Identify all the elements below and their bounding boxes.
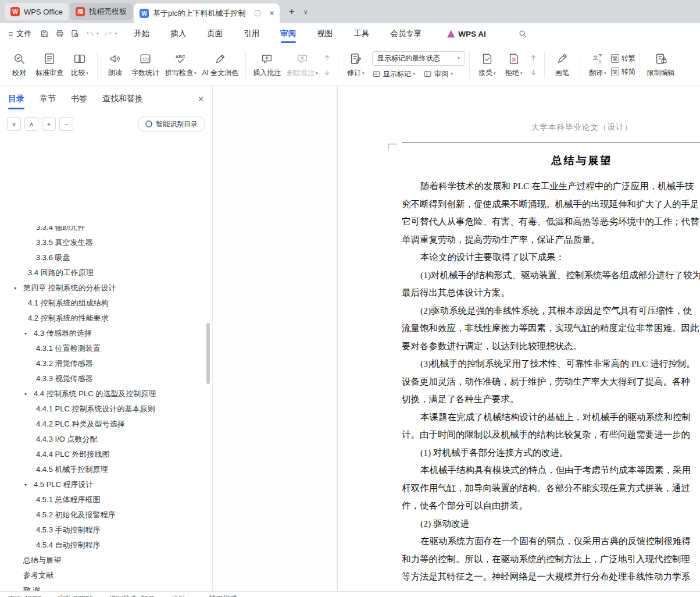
increase-level-button[interactable]: + <box>42 117 56 131</box>
toc-item[interactable]: ▾ 4.5.4 自动控制程序 <box>0 538 205 553</box>
to-simplified-button[interactable]: 简 转简 <box>611 67 635 77</box>
toc-item[interactable]: ▾ 4.1 控制系统的组成结构 <box>0 296 205 311</box>
ai-polish-button[interactable]: AI 全文润色 <box>199 49 242 80</box>
tab-view[interactable]: 视图 <box>317 23 333 44</box>
toc-item[interactable]: ▾ 4.3.1 位置检测装置 <box>0 341 205 356</box>
pane-tab-find-replace[interactable]: 查找和替换 <box>102 86 143 112</box>
tab-review[interactable]: 审阅 <box>280 23 296 44</box>
pane-tab-toc[interactable]: 目录 <box>8 86 24 112</box>
print-button[interactable] <box>52 27 67 41</box>
expand-arrow-icon[interactable]: ▾ <box>24 331 34 336</box>
toc-item[interactable]: ▾ 4.4.5 机械手控制原理 <box>0 462 205 477</box>
status-bar: 页面 48/60 字数 27398 拼写检查: 打开 校对 护眼模式 <box>0 591 700 597</box>
spellcheck-button[interactable]: ABC 拼写检查▾ <box>162 49 199 80</box>
undo-button[interactable] <box>83 27 97 41</box>
status-page-count[interactable]: 页面 48/60 <box>8 594 41 597</box>
collapse-level-button[interactable]: ∨ <box>7 117 21 131</box>
review-pane-button[interactable]: 审阅 ▾ <box>423 69 453 79</box>
toc-item[interactable]: ▾ 致 谢 <box>0 583 205 591</box>
pane-tab-bookmarks[interactable]: 书签 <box>71 86 87 112</box>
toc-item[interactable]: ▾ 第四章 控制系统的分析设计 <box>0 280 205 296</box>
insert-comment-button[interactable]: 插入批注 <box>250 49 284 80</box>
translate-button[interactable]: 文A 翻译▾ <box>584 49 611 80</box>
previous-comment-button[interactable] <box>321 51 334 64</box>
print-icon <box>55 29 65 38</box>
word-count-button[interactable]: 123 字数统计 <box>128 49 162 80</box>
save-button[interactable] <box>37 27 52 41</box>
next-revision-button[interactable] <box>527 66 540 79</box>
toc-item[interactable]: ▾ 3.3.5 真空发生器 <box>0 235 205 250</box>
toc-item[interactable]: ▾ 3.4 回路的工作原理 <box>0 265 205 280</box>
tab-restore-icon[interactable] <box>255 10 260 16</box>
redo-button[interactable] <box>101 27 116 41</box>
markup-state-dropdown[interactable]: 显示标记的最终状态 ▾ <box>372 51 465 66</box>
toc-item[interactable]: ▾ 4.4.2 PLC 种类及型号选择 <box>0 417 205 432</box>
toc-item[interactable]: ▾ 3.3.6 吸盘 <box>0 250 205 265</box>
decrease-level-button[interactable]: − <box>59 117 73 131</box>
file-menu[interactable]: ≡ 文件 <box>8 29 31 39</box>
pen-button[interactable]: 画笔 <box>549 49 576 80</box>
toc-item[interactable]: ▾ 3.3.4 辅助元件 <box>0 226 205 235</box>
proofread-button[interactable]: 校对 <box>6 49 33 80</box>
svg-text:文: 文 <box>592 54 598 61</box>
toc-item[interactable]: ▾ 4.4.3 I/O 点数分配 <box>0 432 205 447</box>
search-button[interactable] <box>515 26 530 41</box>
show-markup-button[interactable]: 显示标记 ▾ <box>372 69 416 79</box>
expand-level-button[interactable]: ∧ <box>24 117 38 131</box>
tab-membership[interactable]: 会员专享 <box>390 23 422 44</box>
document-page[interactable]: 大学本科毕业论文（设计） 总结与展望 随着科学技术的发展和 PLC 在工业生产过… <box>338 86 700 597</box>
tab-insert[interactable]: 插入 <box>170 23 186 44</box>
reject-button[interactable]: 拒绝▾ <box>501 49 527 80</box>
new-tab-button[interactable]: + <box>284 4 299 19</box>
toc-item-label: 4.5.1 总体程序框图 <box>36 495 101 505</box>
wps-ai-button[interactable]: WPS AI <box>447 30 486 38</box>
expand-arrow-icon[interactable]: ▾ <box>14 286 23 291</box>
redo-chevron-icon[interactable]: ▾ <box>115 31 117 36</box>
delete-comment-button[interactable]: 删除批注▾ <box>284 49 321 80</box>
compare-button[interactable]: 比较▾ <box>66 49 93 80</box>
sidebar-scrollbar-thumb[interactable] <box>206 323 210 384</box>
toc-item[interactable]: ▾ 4.5 PLC 程序设计 <box>0 477 205 492</box>
undo-chevron-icon[interactable]: ▾ <box>97 31 99 36</box>
tab-tools[interactable]: 工具 <box>353 23 369 44</box>
toc-item[interactable]: ▾ 4.4.1 PLC 控制系统设计的基本原则 <box>0 401 205 417</box>
pane-tab-chapters[interactable]: 章节 <box>40 86 56 112</box>
tab-close-icon[interactable]: ✕ <box>269 9 275 17</box>
smart-toc-button[interactable]: 智能识别目录 <box>138 116 205 132</box>
toc-item[interactable]: ▾ 4.5.2 初始化及报警程序 <box>0 507 205 523</box>
accept-button[interactable]: 接受▾ <box>474 49 501 80</box>
print-preview-button[interactable] <box>67 27 82 41</box>
toc-item[interactable]: ▾ 4.5.3 手动控制程序 <box>0 523 205 538</box>
status-spellcheck[interactable]: 拼写检查: 打开 <box>109 594 155 597</box>
toc-item[interactable]: ▾ 4.4 控制系统 PLC 的选型及控制原理 <box>0 386 205 401</box>
tab-document[interactable]: W 基于plc的上下料机械手控制 ✕ <box>134 3 280 23</box>
previous-revision-button[interactable] <box>527 51 540 64</box>
expand-arrow-icon[interactable]: ▾ <box>24 392 34 397</box>
expand-arrow-icon[interactable]: ▾ <box>24 482 34 488</box>
toc-item[interactable]: ▾ 总结与展望 <box>0 553 205 568</box>
toc-item[interactable]: ▾ 4.4.4 PLC 外部接线图 <box>0 447 205 462</box>
tab-wps-office[interactable]: W WPS Office <box>5 3 69 20</box>
status-proofread[interactable]: 校对 <box>172 594 185 597</box>
status-eye-mode[interactable]: 护眼模式 <box>202 594 237 597</box>
toc-item[interactable]: ▾ 4.3 传感器的选择 <box>0 326 205 341</box>
chevron-down-icon: ▾ <box>413 72 416 76</box>
standard-review-button[interactable]: 标准审查 <box>33 49 66 80</box>
track-changes-button[interactable]: 修订▾ <box>342 49 369 80</box>
toc-item[interactable]: ▾ 参考文献 <box>0 568 205 583</box>
read-aloud-button[interactable]: 朗读 <box>102 49 128 80</box>
tab-docer-templates[interactable]: 稻 找稻壳模板 <box>70 3 133 20</box>
toc-item[interactable]: ▾ 4.3.2 滑觉传感器 <box>0 356 205 371</box>
toc-item[interactable]: ▾ 4.3.3 视觉传感器 <box>0 371 205 386</box>
tab-page[interactable]: 页面 <box>207 23 223 44</box>
tab-references[interactable]: 引用 <box>244 23 259 44</box>
toc-item[interactable]: ▾ 4.5.1 总体程序框图 <box>0 492 205 507</box>
tab-list-chevron-icon[interactable]: ∨ <box>299 4 312 19</box>
tab-start[interactable]: 开始 <box>134 23 149 44</box>
next-comment-button[interactable] <box>321 66 334 79</box>
restrict-edit-button[interactable]: 限制编辑 <box>644 49 678 80</box>
close-pane-icon[interactable]: ✕ <box>198 95 204 104</box>
status-word-count[interactable]: 字数 27398 <box>58 594 93 597</box>
toc-item[interactable]: ▾ 4.2 控制系统的性能要求 <box>0 311 205 326</box>
to-traditional-button[interactable]: 繁 转繁 <box>611 54 635 63</box>
